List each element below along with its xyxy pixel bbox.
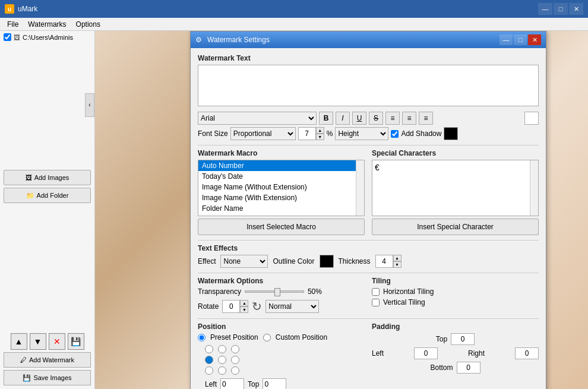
- custom-position-label: Custom Position: [276, 333, 327, 341]
- outline-color-label: Outline Color: [273, 257, 314, 265]
- rotate-input[interactable]: [222, 300, 240, 313]
- remove-button[interactable]: ✕: [49, 333, 65, 350]
- font-size-up-arrow[interactable]: ▲: [316, 127, 324, 134]
- padding-top-input[interactable]: [451, 333, 475, 345]
- position-top-label: Top: [248, 380, 259, 388]
- watermark-text-input[interactable]: [198, 65, 539, 106]
- preset-pos-topleft[interactable]: [205, 345, 213, 353]
- app-maximize-button[interactable]: □: [554, 3, 568, 15]
- bold-button[interactable]: B: [319, 112, 333, 125]
- text-effects-section: Text Effects Effect None Outline Color T…: [198, 244, 539, 268]
- add-folder-button[interactable]: 📁 Add Folder: [4, 188, 91, 203]
- font-toolbar-row: Arial B I U S ≡ ≡ ≡: [198, 112, 539, 125]
- add-shadow-checkbox[interactable]: [391, 130, 399, 138]
- rotate-up-arrow[interactable]: ▲: [240, 300, 248, 306]
- align-right-button[interactable]: ≡: [419, 112, 433, 125]
- italic-button[interactable]: I: [336, 112, 350, 125]
- dialog-window-controls: — □ ✕: [500, 34, 541, 45]
- percent-label: %: [327, 129, 333, 138]
- watermark-text-label: Watermark Text: [198, 54, 539, 62]
- padding-left-input[interactable]: [414, 347, 438, 359]
- insert-special-char-button[interactable]: Insert Special Character: [372, 219, 539, 235]
- menu-watermarks[interactable]: Watermarks: [23, 19, 71, 30]
- custom-position-radio[interactable]: [263, 334, 271, 341]
- sidebar-file-checkbox[interactable]: [4, 33, 11, 41]
- text-color-picker[interactable]: [524, 112, 539, 125]
- macro-item-auto-number[interactable]: Auto Number: [198, 160, 356, 171]
- macro-list-scrollbar[interactable]: [356, 160, 364, 216]
- sidebar: 🖼 C:\Users\Adminis ‹ 🖼 Add Images �: [0, 31, 95, 389]
- add-images-button[interactable]: 🖼 Add Images: [4, 170, 91, 185]
- effect-label: Effect: [198, 257, 216, 265]
- strikethrough-button[interactable]: S: [369, 112, 383, 125]
- menu-file[interactable]: File: [2, 19, 23, 30]
- outline-color-picker[interactable]: [320, 255, 334, 268]
- macro-list: Auto Number Today's Date Image Name (Wit…: [198, 160, 356, 216]
- transparency-row: Transparency 50%: [198, 287, 365, 296]
- position-top-input[interactable]: [263, 378, 286, 389]
- transparency-slider-track[interactable]: [245, 290, 304, 293]
- sidebar-file-path: C:\Users\Adminis: [23, 34, 73, 41]
- font-family-select[interactable]: Arial: [198, 112, 317, 125]
- app-close-button[interactable]: ✕: [569, 3, 583, 15]
- app-window-controls: — □ ✕: [538, 3, 583, 15]
- height-select[interactable]: Height: [335, 127, 388, 140]
- preset-pos-bottomleft[interactable]: [205, 366, 213, 375]
- app-minimize-button[interactable]: —: [538, 3, 552, 15]
- vertical-tiling-checkbox[interactable]: [372, 299, 380, 306]
- move-up-button[interactable]: ▲: [11, 333, 27, 350]
- right-content: uMark ⚙ Watermark Settings — □ ✕: [95, 31, 588, 389]
- macro-item-image-name-ext[interactable]: Image Name (With Extension): [198, 192, 356, 203]
- app-body: 🖼 C:\Users\Adminis ‹ 🖼 Add Images �: [0, 31, 588, 389]
- position-left-input[interactable]: [220, 378, 244, 389]
- thickness-input[interactable]: [375, 255, 393, 268]
- sidebar-file-icon: 🖼: [14, 34, 20, 41]
- preset-pos-topright[interactable]: [231, 345, 239, 353]
- align-left-button[interactable]: ≡: [385, 112, 400, 125]
- preset-pos-middleleft[interactable]: [205, 356, 213, 364]
- align-center-button[interactable]: ≡: [402, 112, 416, 125]
- save-button[interactable]: 💾: [68, 333, 84, 350]
- save-images-button[interactable]: 💾 Save Images: [4, 370, 91, 385]
- app-title: uMark: [18, 5, 37, 13]
- custom-position-inputs: Left Top: [205, 378, 365, 389]
- transparency-slider-thumb[interactable]: [274, 288, 280, 296]
- vertical-tiling-row: Vertical Tiling: [372, 298, 539, 306]
- padding-bottom-input[interactable]: [457, 362, 480, 374]
- thickness-down-arrow[interactable]: ▼: [393, 261, 402, 268]
- preset-pos-middleright[interactable]: [231, 356, 239, 364]
- macro-item-todays-date[interactable]: Today's Date: [198, 171, 356, 182]
- preset-position-radio[interactable]: [198, 334, 206, 341]
- preset-pos-bottomright[interactable]: [231, 366, 239, 375]
- horizontal-tiling-checkbox[interactable]: [372, 288, 380, 296]
- macro-item-image-name-no-ext[interactable]: Image Name (Without Extension): [198, 182, 356, 192]
- effect-select[interactable]: None: [220, 255, 268, 268]
- shadow-color-picker[interactable]: [444, 127, 458, 140]
- font-size-down-arrow[interactable]: ▼: [316, 134, 324, 140]
- proportion-select[interactable]: Proportional: [230, 127, 296, 140]
- app-titlebar: u uMark — □ ✕: [0, 0, 588, 18]
- sidebar-scroll-left[interactable]: ‹: [85, 93, 94, 117]
- dialog-close-button[interactable]: ✕: [528, 34, 541, 45]
- preset-pos-topcenter[interactable]: [218, 345, 226, 353]
- underline-button[interactable]: U: [352, 112, 366, 125]
- font-size-input[interactable]: [298, 127, 316, 140]
- sidebar-bottom: ▲ ▼ ✕ 💾 🖊 Add Watermark: [0, 330, 94, 389]
- dialog-minimize-button[interactable]: —: [500, 34, 513, 45]
- thickness-up-arrow[interactable]: ▲: [393, 255, 402, 261]
- preset-pos-bottomcenter[interactable]: [218, 366, 226, 375]
- macro-list-container: Auto Number Today's Date Image Name (Wit…: [198, 160, 365, 216]
- macro-item-folder-name[interactable]: Folder Name: [198, 203, 356, 214]
- padding-right-input[interactable]: [515, 347, 539, 359]
- move-down-button[interactable]: ▼: [30, 333, 46, 350]
- dialog-maximize-button[interactable]: □: [514, 34, 527, 45]
- rotate-down-arrow[interactable]: ▼: [240, 306, 248, 313]
- preset-pos-middlecenter[interactable]: [218, 356, 226, 364]
- font-size-row: Font Size Proportional ▲ ▼ %: [198, 127, 539, 140]
- add-watermark-button[interactable]: 🖊 Add Watermark: [4, 352, 91, 368]
- special-chars-label: Special Characters: [372, 149, 539, 157]
- insert-macro-button[interactable]: Insert Selected Macro: [198, 219, 365, 235]
- special-chars-scrollbar[interactable]: [530, 160, 538, 216]
- rotate-type-select[interactable]: Normal: [265, 300, 319, 313]
- menu-options[interactable]: Options: [71, 19, 105, 30]
